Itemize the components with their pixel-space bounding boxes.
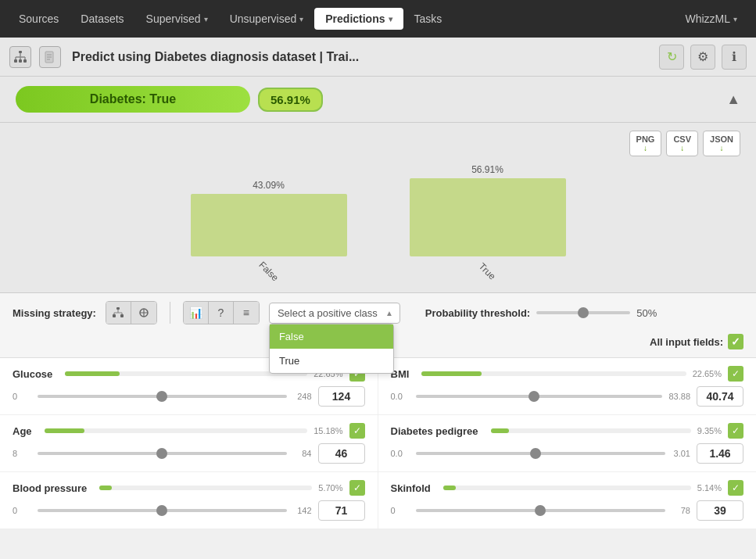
field-pct-label: 22.65% <box>693 369 722 378</box>
positive-class-dropdown: False True <box>269 324 394 374</box>
result-percent: 56.91% <box>258 88 323 112</box>
prob-threshold-slider[interactable] <box>536 311 630 314</box>
chart-bar-true: 56.91% True <box>410 164 566 277</box>
field-pct-bar <box>421 371 686 376</box>
mode-question-btn[interactable]: ? <box>209 302 234 324</box>
chart-section: PNG ↓ CSV ↓ JSON ↓ 43.09% False 56.91% T… <box>0 123 756 293</box>
field-value-input[interactable] <box>318 500 365 521</box>
tree-icon[interactable] <box>9 46 31 68</box>
field-checkbox[interactable]: ✓ <box>728 366 743 382</box>
field-max: 142 <box>293 506 312 515</box>
field-pct-label: 5.14% <box>697 483 722 493</box>
field-value-input[interactable] <box>697 386 743 407</box>
prob-threshold-label: Probability threshold: <box>425 307 530 319</box>
divider <box>170 302 170 324</box>
field-checkbox[interactable]: ✓ <box>349 423 365 439</box>
field-name: Blood pressure <box>13 482 87 494</box>
strategy-group <box>106 301 157 324</box>
field-slider-thumb[interactable] <box>156 391 167 402</box>
result-bar: Diabetes: True <box>16 86 250 113</box>
field-slider[interactable] <box>38 452 287 455</box>
strategy-split-btn[interactable] <box>131 302 156 324</box>
nav-whizzml[interactable]: WhizzML ▾ <box>674 8 748 30</box>
field-pct-bar <box>443 486 691 490</box>
doc-icon[interactable] <box>39 46 61 68</box>
field-slider[interactable] <box>416 395 663 398</box>
field-slider[interactable] <box>38 395 287 398</box>
field-slider-thumb[interactable] <box>156 505 167 516</box>
export-buttons: PNG ↓ CSV ↓ JSON ↓ <box>16 131 740 156</box>
field-slider-thumb[interactable] <box>530 448 541 459</box>
top-navigation: Sources Datasets Supervised ▾ Unsupervis… <box>0 0 756 38</box>
field-value-input[interactable] <box>318 443 365 464</box>
field-min: 8 <box>13 449 31 458</box>
controls-section: Missing strategy: 📊 ? ≡ <box>0 293 756 358</box>
field-pct-bar <box>45 428 308 433</box>
field-checkbox[interactable]: ✓ <box>349 480 365 496</box>
field-pct-label: 15.18% <box>314 426 342 435</box>
nav-supervised[interactable]: Supervised ▾ <box>135 8 219 30</box>
field-value-input[interactable] <box>318 386 365 407</box>
field-value-input[interactable] <box>697 500 743 521</box>
header-bar: Predict using Diabetes diagnosis dataset… <box>0 38 756 77</box>
field-pct-bar <box>99 486 312 490</box>
option-false[interactable]: False <box>270 324 393 349</box>
svg-rect-2 <box>19 59 22 63</box>
field-pct-label: 5.70% <box>318 483 342 493</box>
page-title: Predict using Diabetes diagnosis dataset… <box>72 50 651 64</box>
svg-rect-3 <box>23 59 27 63</box>
field-row-age: Age 15.18% ✓ 8 84 <box>0 415 378 472</box>
field-pct-bar <box>491 428 691 433</box>
option-true[interactable]: True <box>270 349 393 373</box>
positive-class-button[interactable]: Select a positive class <box>269 303 400 324</box>
field-min: 0.0 <box>391 392 410 401</box>
field-slider[interactable] <box>416 452 666 455</box>
info-button[interactable]: ℹ <box>722 45 747 70</box>
field-max: 84 <box>293 449 312 458</box>
mode-chart-btn[interactable]: 📊 <box>184 302 209 324</box>
strategy-tree-btn[interactable] <box>106 302 131 324</box>
probability-threshold: Probability threshold: 50% <box>425 307 657 319</box>
field-slider-thumb[interactable] <box>535 505 546 516</box>
svg-rect-15 <box>120 314 124 317</box>
field-name: Age <box>13 425 32 437</box>
field-value-input[interactable] <box>697 443 743 464</box>
settings-button[interactable]: ⚙ <box>690 45 715 70</box>
all-input-fields-checkbox[interactable]: ✓ <box>728 334 743 349</box>
field-max: 83.88 <box>668 392 690 401</box>
field-name: Skinfold <box>391 482 431 494</box>
chart-pct-false: 43.09% <box>253 180 285 191</box>
field-min: 0 <box>13 506 31 515</box>
bar-label-true: True <box>477 260 498 281</box>
field-checkbox[interactable]: ✓ <box>728 423 743 439</box>
field-row-skinfold: Skinfold 5.14% ✓ 0 78 <box>378 472 757 529</box>
field-min: 0 <box>13 392 31 401</box>
field-slider[interactable] <box>416 509 666 512</box>
field-max: 3.01 <box>672 449 690 458</box>
refresh-button[interactable]: ↻ <box>659 45 684 70</box>
field-checkbox[interactable]: ✓ <box>728 480 743 496</box>
bar-true <box>410 178 566 256</box>
nav-datasets[interactable]: Datasets <box>70 8 134 30</box>
prob-slider-thumb[interactable] <box>578 307 589 318</box>
nav-tasks[interactable]: Tasks <box>403 8 453 30</box>
chart-pct-true: 56.91% <box>471 164 503 175</box>
svg-rect-0 <box>19 51 22 53</box>
nav-predictions[interactable]: Predictions ▾ <box>314 8 403 30</box>
mode-bar-btn[interactable]: ≡ <box>234 302 259 324</box>
missing-strategy-label: Missing strategy: <box>13 307 96 319</box>
field-pct-label: 9.35% <box>697 426 722 435</box>
nav-sources[interactable]: Sources <box>8 8 70 30</box>
result-section: Diabetes: True 56.91% ▲ <box>0 77 756 123</box>
collapse-button[interactable]: ▲ <box>726 91 740 108</box>
field-slider[interactable] <box>38 509 287 512</box>
field-slider-thumb[interactable] <box>156 448 167 459</box>
export-csv-button[interactable]: CSV ↓ <box>666 131 698 156</box>
nav-unsupervised[interactable]: Unsupervised ▾ <box>219 8 315 30</box>
export-json-button[interactable]: JSON ↓ <box>703 131 740 156</box>
field-min: 0 <box>391 506 410 515</box>
field-max: 248 <box>293 392 312 401</box>
field-row-bmi: BMI 22.65% ✓ 0.0 83.88 <box>378 358 757 415</box>
field-slider-thumb[interactable] <box>528 391 539 402</box>
export-png-button[interactable]: PNG ↓ <box>629 131 662 156</box>
